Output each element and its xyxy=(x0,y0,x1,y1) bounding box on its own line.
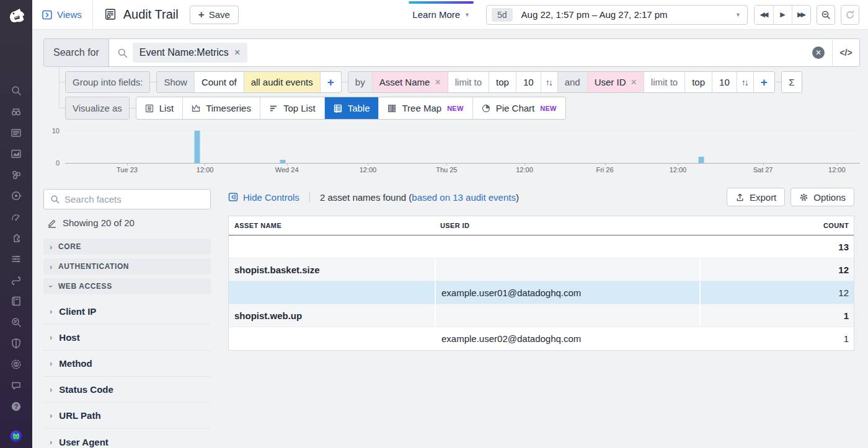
facet-item-status-code[interactable]: ›Status Code xyxy=(43,377,211,403)
facet-item-method[interactable]: ›Method xyxy=(43,351,211,377)
divider xyxy=(309,191,310,203)
export-button[interactable]: Export xyxy=(727,188,785,206)
learn-more-dropdown[interactable]: Learn More ▼ xyxy=(412,9,470,20)
results-table: ASSET NAME USER ID COUNT 13 shopist.bask… xyxy=(228,216,854,351)
chevron-right-icon: › xyxy=(50,411,52,420)
time-play-button[interactable]: ▶ xyxy=(773,6,792,24)
group-by-chip-user-id[interactable]: User ID × xyxy=(588,72,644,92)
table-row[interactable]: shopist.web.up 1 xyxy=(229,304,854,327)
add-group-by-button[interactable]: + xyxy=(754,72,774,92)
column-header-asset-name[interactable]: ASSET NAME xyxy=(229,222,435,229)
save-button[interactable]: + Save xyxy=(190,6,239,24)
limit-mode-select[interactable]: top xyxy=(489,72,516,92)
chart-bar xyxy=(194,131,200,163)
limit-value-select[interactable]: 10 xyxy=(516,72,541,92)
sort-order-icon[interactable]: ↑↓ xyxy=(737,72,754,92)
facet-section-web-access[interactable]: › WEB ACCESS xyxy=(43,278,211,294)
limit-to-label: limit to xyxy=(448,72,489,92)
facet-search-input[interactable] xyxy=(64,194,204,204)
datadog-logo-icon[interactable] xyxy=(0,0,32,30)
facet-search-box[interactable] xyxy=(43,189,211,209)
infrastructure-icon[interactable] xyxy=(10,169,22,181)
column-header-user-id[interactable]: USER ID xyxy=(435,222,699,229)
visualize-as-label: Visualize as xyxy=(66,97,129,119)
tab-table[interactable]: Table xyxy=(325,97,379,119)
search-input[interactable] xyxy=(247,39,812,66)
audit-trail-icon xyxy=(104,8,117,21)
measure-select[interactable]: all audit events xyxy=(244,72,321,92)
formula-button[interactable]: Σ xyxy=(781,71,802,93)
chart-bar xyxy=(698,157,704,163)
events-icon[interactable] xyxy=(10,126,22,139)
logs-icon[interactable] xyxy=(10,253,22,265)
tab-top-list[interactable]: Top List xyxy=(260,97,325,119)
clear-search-button[interactable]: ✕ xyxy=(812,46,825,59)
group-by-row: Group into fields: Show Count of all aud… xyxy=(59,71,802,93)
ci-pipelines-icon[interactable] xyxy=(10,274,22,286)
tab-tree-map[interactable]: Tree Map NEW xyxy=(379,97,472,119)
search-bar: Search for Event Name:Metrics × ✕ </> xyxy=(43,38,860,67)
options-button[interactable]: Options xyxy=(790,188,854,206)
integrations-icon[interactable] xyxy=(10,232,22,244)
new-badge: NEW xyxy=(540,105,557,112)
chevron-down-icon: › xyxy=(46,285,56,288)
search-filter-chip[interactable]: Event Name:Metrics × xyxy=(133,43,247,63)
new-badge: NEW xyxy=(447,105,464,112)
limit-value-select[interactable]: 10 xyxy=(712,72,737,92)
hide-controls-button[interactable]: Hide Controls xyxy=(228,192,299,203)
watchdog-icon[interactable] xyxy=(10,105,22,118)
group-by-chip-asset-name[interactable]: Asset Name × xyxy=(373,72,448,92)
chevron-right-icon: › xyxy=(50,359,52,368)
chat-icon[interactable] xyxy=(10,379,22,392)
facet-section-authentication[interactable]: › AUTHENTICATION xyxy=(43,258,211,275)
time-forward-button[interactable]: ▶▶ xyxy=(792,6,810,24)
refresh-button[interactable] xyxy=(841,5,859,25)
dashboards-icon[interactable] xyxy=(10,147,22,160)
facet-section-core[interactable]: › CORE xyxy=(43,239,211,255)
table-row[interactable]: example.user01@datadoghq.com 12 xyxy=(229,281,854,304)
log-explorer-icon[interactable] xyxy=(10,316,22,328)
help-icon[interactable]: ? xyxy=(10,400,22,413)
user-avatar[interactable] xyxy=(10,430,22,442)
tab-pie-chart[interactable]: Pie Chart NEW xyxy=(473,97,565,119)
page-title: Audit Trail xyxy=(123,7,179,22)
raw-query-toggle[interactable]: </> xyxy=(832,39,859,66)
security-icon[interactable] xyxy=(10,337,22,349)
tab-timeseries[interactable]: Timeseries xyxy=(183,97,260,119)
facet-item-client-ip[interactable]: ›Client IP xyxy=(43,299,211,325)
audit-events-link[interactable]: based on 13 audit events xyxy=(412,192,516,203)
add-measure-button[interactable]: + xyxy=(321,72,341,92)
chevron-right-icon: › xyxy=(50,437,52,447)
tab-list[interactable]: List xyxy=(136,97,183,119)
table-row[interactable]: 13 xyxy=(229,235,854,258)
search-icon[interactable] xyxy=(10,84,22,97)
remove-filter-icon[interactable]: × xyxy=(234,46,241,59)
network-icon[interactable] xyxy=(10,358,22,371)
notebooks-icon[interactable] xyxy=(10,295,22,307)
synthetics-icon[interactable] xyxy=(10,211,22,223)
sort-order-icon[interactable]: ↑↓ xyxy=(541,72,558,92)
x-axis-tick: 12:00 xyxy=(516,166,533,173)
facet-count-label: Showing 20 of 20 xyxy=(63,217,135,228)
time-range-selector[interactable]: 5d Aug 22, 1:57 pm – Aug 27, 2:17 pm ▼ xyxy=(486,5,748,25)
facet-item-host[interactable]: ›Host xyxy=(43,325,211,351)
time-back-button[interactable]: ◀◀ xyxy=(755,6,773,24)
zoom-out-button[interactable] xyxy=(817,5,835,25)
table-header: ASSET NAME USER ID COUNT xyxy=(229,216,854,235)
apm-icon[interactable] xyxy=(10,190,22,202)
events-timeline-chart[interactable]: 10 0 Tue 23 12:00 Wed 24 12:00 Thu 25 12… xyxy=(65,123,860,177)
filter-chip-label: Event Name:Metrics xyxy=(140,47,229,58)
table-row[interactable]: example.user02@datadoghq.com 1 xyxy=(229,327,854,350)
facet-item-url-path[interactable]: ›URL Path xyxy=(43,403,211,429)
limit-mode-select[interactable]: top xyxy=(685,72,712,92)
facet-count-row[interactable]: Showing 20 of 20 xyxy=(47,217,211,228)
remove-group-by-icon[interactable]: × xyxy=(631,77,637,88)
remove-group-by-icon[interactable]: × xyxy=(435,77,440,88)
x-axis: Tue 23 12:00 Wed 24 12:00 Thu 25 12:00 F… xyxy=(65,164,860,175)
views-button[interactable]: Views xyxy=(42,9,82,20)
table-row[interactable]: shopist.basket.size 12 xyxy=(229,258,854,281)
facet-item-user-agent[interactable]: ›User Agent xyxy=(43,429,211,448)
aggregation-select[interactable]: Count of xyxy=(195,72,244,92)
x-axis-tick: Thu 25 xyxy=(436,166,457,173)
column-header-count[interactable]: COUNT xyxy=(699,222,854,229)
